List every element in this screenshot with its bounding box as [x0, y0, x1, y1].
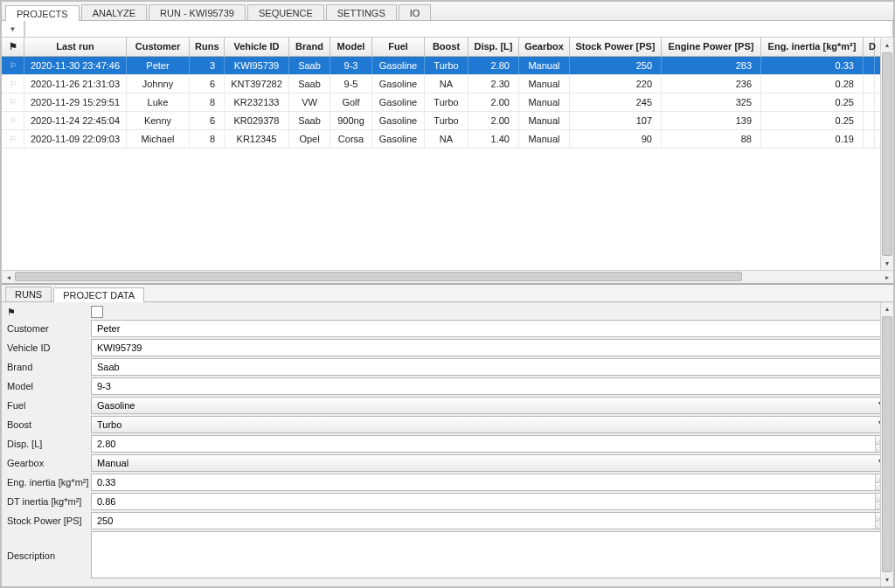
- col-header-disp[interactable]: Disp. [L]: [468, 38, 519, 56]
- field-row-flag: ⚑: [5, 306, 888, 318]
- table-cell: 107: [570, 112, 662, 129]
- table-cell: Golf: [330, 93, 372, 111]
- customer-field[interactable]: [91, 320, 888, 337]
- table-cell: 2020-11-30 23:47:46: [24, 57, 127, 74]
- table-cell: ⚐: [2, 93, 24, 111]
- table-cell: [864, 75, 875, 93]
- col-header-gearbox[interactable]: Gearbox: [519, 38, 570, 56]
- table-cell: 90: [570, 130, 662, 148]
- tab-sequence[interactable]: SEQUENCE: [247, 4, 324, 20]
- col-header-customer[interactable]: Customer: [127, 38, 190, 56]
- fuel-select[interactable]: [91, 397, 888, 414]
- col-header-fuel[interactable]: Fuel: [372, 38, 425, 56]
- col-header-overflow[interactable]: D: [864, 38, 875, 56]
- scroll-right-button[interactable]: ▸: [880, 271, 893, 283]
- description-textarea[interactable]: [91, 531, 888, 578]
- table-cell: 283: [662, 57, 761, 74]
- tab-io[interactable]: IO: [399, 4, 432, 20]
- col-header-stock-power[interactable]: Stock Power [PS]: [570, 38, 662, 56]
- model-field[interactable]: [91, 377, 888, 395]
- top-tab-bar: PROJECTS ANALYZE RUN - KWI95739 SEQUENCE…: [2, 2, 893, 21]
- col-header-boost[interactable]: Boost: [425, 38, 468, 56]
- dt-inertia-stepper[interactable]: [91, 493, 888, 510]
- label-flag: ⚑: [5, 307, 91, 318]
- col-header-model[interactable]: Model: [330, 38, 372, 56]
- table-cell: ⚐: [2, 57, 24, 74]
- table-cell: Manual: [519, 130, 570, 148]
- brand-field[interactable]: [91, 358, 888, 376]
- stock-power-stepper[interactable]: [91, 512, 888, 529]
- table-cell: KWI95739: [225, 57, 289, 74]
- projects-grid-panel: ▼ ⚑ Last run Customer Runs Vehicle ID Br…: [2, 21, 893, 285]
- chevron-down-icon: ▾: [885, 259, 889, 267]
- col-header-engine-power[interactable]: Engine Power [PS]: [662, 38, 761, 56]
- table-cell: 2.80: [468, 57, 519, 74]
- table-cell: Saab: [289, 57, 330, 74]
- chevron-right-icon: ▸: [885, 273, 889, 281]
- table-row[interactable]: ⚐2020-11-29 15:29:51Luke8KR232133VWGolfG…: [2, 93, 893, 112]
- table-cell: 0.28: [761, 75, 864, 93]
- table-cell: 0.25: [761, 112, 864, 129]
- scroll-thumb[interactable]: [882, 52, 892, 256]
- scroll-up-button[interactable]: ▴: [881, 38, 893, 52]
- form-vertical-scrollbar[interactable]: ▴ ▾: [880, 302, 893, 586]
- subtab-runs[interactable]: RUNS: [5, 287, 52, 301]
- scroll-thumb[interactable]: [882, 316, 892, 572]
- table-cell: 6: [190, 75, 225, 93]
- scroll-track[interactable]: [15, 271, 880, 283]
- tab-analyze[interactable]: ANALYZE: [81, 4, 147, 20]
- label-eng-inertia: Eng. inertia [kg*m²]: [5, 477, 91, 488]
- boost-select[interactable]: [91, 416, 888, 433]
- table-cell: Luke: [127, 93, 190, 111]
- tab-run[interactable]: RUN - KWI95739: [149, 4, 246, 20]
- scroll-left-button[interactable]: ◂: [2, 271, 15, 283]
- table-cell: 3: [190, 57, 225, 74]
- table-cell: ⚐: [2, 75, 24, 93]
- grid-filter-input[interactable]: [24, 21, 893, 37]
- scroll-down-button[interactable]: ▾: [881, 573, 893, 586]
- col-header-brand[interactable]: Brand: [289, 38, 330, 56]
- table-row[interactable]: ⚐2020-11-24 22:45:04Kenny6KR029378Saab90…: [2, 112, 893, 130]
- tab-settings[interactable]: SETTINGS: [326, 4, 397, 20]
- table-cell: 2020-11-24 22:45:04: [24, 112, 127, 129]
- table-cell: 0.25: [761, 93, 864, 111]
- chevron-up-icon: ▴: [885, 305, 889, 313]
- scroll-down-button[interactable]: ▾: [881, 257, 893, 270]
- eng-inertia-stepper[interactable]: [91, 474, 888, 491]
- label-stock-power: Stock Power [PS]: [5, 515, 91, 526]
- chevron-up-icon: ▴: [885, 41, 889, 49]
- table-cell: 88: [662, 130, 761, 148]
- table-cell: KNT397282: [225, 75, 289, 93]
- table-cell: Kenny: [127, 112, 190, 129]
- flag-checkbox[interactable]: [91, 306, 103, 318]
- grid-body: ⚐2020-11-30 23:47:46Peter3KWI95739Saab9-…: [2, 57, 893, 149]
- scroll-up-button[interactable]: ▴: [881, 302, 893, 315]
- table-cell: 1.40: [468, 130, 519, 148]
- disp-stepper[interactable]: [91, 435, 888, 453]
- grid-horizontal-scrollbar[interactable]: ◂ ▸: [2, 270, 893, 283]
- table-cell: 139: [662, 112, 761, 129]
- col-header-eng-inertia[interactable]: Eng. inertia [kg*m²]: [761, 38, 864, 56]
- table-cell: 9-5: [330, 75, 372, 93]
- subtab-project-data[interactable]: PROJECT DATA: [53, 287, 144, 302]
- filter-menu-button[interactable]: ▼: [2, 21, 24, 37]
- vehicle-id-field[interactable]: [91, 339, 888, 356]
- col-header-last-run[interactable]: Last run: [24, 38, 127, 56]
- flag-icon: ⚐: [10, 80, 17, 88]
- gearbox-select[interactable]: [91, 454, 888, 472]
- tab-projects[interactable]: PROJECTS: [5, 5, 80, 21]
- col-header-runs[interactable]: Runs: [190, 38, 225, 56]
- flag-icon: ⚐: [10, 61, 17, 70]
- table-row[interactable]: ⚐2020-11-26 21:31:03Johnny6KNT397282Saab…: [2, 75, 893, 93]
- table-row[interactable]: ⚐2020-11-09 22:09:03Michael8KR12345OpelC…: [2, 130, 893, 149]
- table-cell: Saab: [289, 112, 330, 129]
- table-cell: [864, 130, 875, 148]
- grid-vertical-scrollbar[interactable]: ▴ ▾: [880, 38, 893, 270]
- scroll-thumb[interactable]: [15, 272, 742, 281]
- table-cell: 0.19: [761, 130, 864, 148]
- table-row[interactable]: ⚐2020-11-30 23:47:46Peter3KWI95739Saab9-…: [2, 57, 893, 75]
- table-cell: 8: [190, 93, 225, 111]
- col-header-vehicle-id[interactable]: Vehicle ID: [225, 38, 289, 56]
- table-cell: Peter: [127, 57, 190, 74]
- col-header-flag[interactable]: ⚑: [2, 38, 24, 56]
